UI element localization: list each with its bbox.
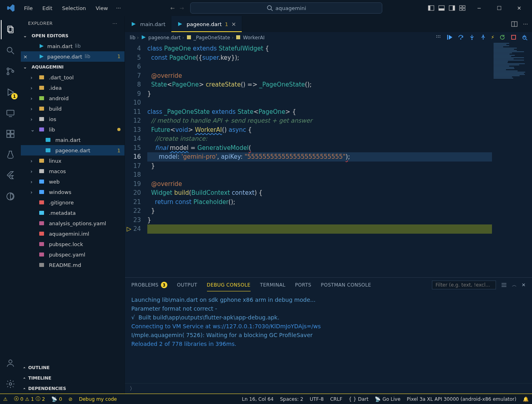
panel-tab-terminal[interactable]: TERMINAL bbox=[260, 282, 285, 288]
activity-flutter[interactable] bbox=[1, 166, 20, 185]
layout-bottom-icon[interactable] bbox=[438, 5, 445, 11]
activity-search[interactable] bbox=[1, 41, 20, 60]
open-editors-header[interactable]: ⌄ OPEN EDITORS bbox=[21, 30, 124, 41]
open-editor-item[interactable]: × pageone.dart lib1 bbox=[21, 51, 124, 62]
step-out-icon[interactable] bbox=[480, 34, 486, 40]
activity-remote[interactable] bbox=[1, 103, 20, 123]
tree-item[interactable]: pageone.dart1 bbox=[21, 145, 124, 156]
tree-item[interactable]: › android bbox=[21, 93, 124, 103]
panel-tab-ports[interactable]: PORTS bbox=[295, 282, 311, 288]
layout-right-icon[interactable] bbox=[449, 5, 455, 11]
svg-rect-3 bbox=[428, 6, 430, 10]
panel-settings-icon[interactable] bbox=[501, 282, 507, 288]
panel-tab-output[interactable]: OUTPUT bbox=[177, 282, 197, 288]
nav-back-icon[interactable]: ← bbox=[171, 5, 175, 11]
hot-reload-icon[interactable]: ⚡ bbox=[491, 34, 494, 40]
activity-extensions[interactable] bbox=[1, 124, 20, 143]
status-cursor-position[interactable]: Ln 16, Col 64 bbox=[239, 396, 277, 402]
activity-explorer[interactable] bbox=[1, 20, 20, 39]
window-minimize-button[interactable]: ─ bbox=[471, 2, 487, 14]
tree-item[interactable]: › macos bbox=[21, 166, 124, 176]
status-debug-label[interactable]: Debug my code bbox=[76, 396, 120, 402]
tree-item[interactable]: ⌄ lib bbox=[21, 124, 124, 135]
activity-settings[interactable] bbox=[1, 374, 20, 394]
window-close-button[interactable]: ✕ bbox=[511, 2, 527, 14]
tree-item[interactable]: › .dart_tool bbox=[21, 72, 124, 83]
svg-rect-46 bbox=[39, 263, 44, 267]
flutter-icon bbox=[38, 210, 45, 216]
tree-item[interactable]: › ios bbox=[21, 114, 124, 124]
status-device[interactable]: Pixel 3a XL API 30000 (android-x86 emula… bbox=[404, 396, 520, 402]
tree-item[interactable]: .metadata bbox=[21, 208, 124, 218]
step-over-icon[interactable] bbox=[458, 34, 464, 40]
tree-item[interactable]: analysis_options.yaml bbox=[21, 218, 124, 228]
split-editor-icon[interactable] bbox=[511, 21, 518, 27]
panel-tab-postman[interactable]: POSTMAN CONSOLE bbox=[321, 282, 371, 288]
tree-item[interactable]: › .idea bbox=[21, 83, 124, 93]
panel-close-icon[interactable]: ✕ bbox=[522, 282, 526, 288]
editor-tab[interactable]: main.dart bbox=[125, 16, 171, 32]
tree-item[interactable]: pubspec.yaml bbox=[21, 249, 124, 260]
tree-item[interactable]: pubspec.lock bbox=[21, 239, 124, 249]
section-dependencies[interactable]: › DEPENDENCIES bbox=[21, 383, 124, 394]
customize-layout-icon[interactable] bbox=[459, 5, 466, 11]
panel-tab-debug-console[interactable]: DEBUG CONSOLE bbox=[207, 282, 251, 288]
restart-icon[interactable] bbox=[499, 34, 506, 40]
editor-tab[interactable]: pageone.dart 1 × bbox=[171, 16, 242, 32]
panel-tab-problems[interactable]: PROBLEMS3 bbox=[131, 282, 167, 288]
status-encoding[interactable]: UTF-8 bbox=[307, 396, 327, 402]
menu-edit[interactable]: Edit bbox=[38, 4, 56, 13]
status-ports[interactable]: 📡 0 bbox=[48, 396, 65, 402]
sidebar-more-icon[interactable]: ··· bbox=[112, 21, 117, 26]
folder-ios-icon bbox=[38, 116, 45, 122]
minimap[interactable] bbox=[492, 42, 532, 277]
svg-rect-19 bbox=[7, 110, 14, 115]
command-center[interactable]: aquagemini bbox=[190, 2, 382, 14]
menu-overflow[interactable]: ··· bbox=[112, 4, 125, 13]
tree-item[interactable]: › linux bbox=[21, 156, 124, 166]
menu-view[interactable]: View bbox=[92, 4, 112, 13]
activity-dart[interactable] bbox=[1, 187, 20, 206]
status-indentation[interactable]: Spaces: 2 bbox=[277, 396, 306, 402]
activity-source-control[interactable] bbox=[1, 62, 20, 81]
status-remote[interactable]: ⚠ bbox=[0, 396, 11, 402]
status-problems[interactable]: ⓧ 0 ⚠ 1 ⓘ 2 bbox=[11, 396, 48, 402]
tree-item[interactable]: .gitignore bbox=[21, 197, 124, 208]
tree-item[interactable]: › web bbox=[21, 176, 124, 187]
tab-close-icon[interactable]: × bbox=[231, 21, 236, 27]
open-editor-item[interactable]: main.dart lib bbox=[21, 41, 124, 51]
window-maximize-button[interactable]: ☐ bbox=[491, 2, 507, 14]
console-filter-input[interactable] bbox=[432, 281, 496, 289]
tree-item[interactable]: main.dart bbox=[21, 135, 124, 145]
activity-run-debug[interactable]: 1 bbox=[1, 83, 20, 102]
layout-left-icon[interactable] bbox=[428, 5, 434, 11]
tree-item[interactable]: › build bbox=[21, 103, 124, 114]
breadcrumb[interactable]: lib › pageone.dart › _PageOneState › Wor… bbox=[125, 32, 532, 42]
activity-testing[interactable] bbox=[1, 145, 20, 164]
panel-maximize-icon[interactable]: ︿ bbox=[512, 282, 517, 289]
continue-icon[interactable] bbox=[446, 34, 453, 40]
activity-accounts[interactable] bbox=[1, 354, 20, 373]
inspector-icon[interactable] bbox=[522, 34, 528, 40]
code-editor[interactable]: 4567891011121314151617181920212223▷ 24 c… bbox=[125, 42, 532, 277]
section-outline[interactable]: › OUTLINE bbox=[21, 362, 124, 373]
step-into-icon[interactable] bbox=[469, 34, 475, 40]
status-eol[interactable]: CRLF bbox=[327, 396, 345, 402]
project-header[interactable]: ⌄ AQUAGEMINI bbox=[21, 62, 124, 72]
menu-selection[interactable]: Selection bbox=[58, 4, 90, 13]
debug-console-input[interactable]: 〉 bbox=[125, 383, 532, 394]
tree-item[interactable]: › windows bbox=[21, 187, 124, 197]
menu-file[interactable]: File bbox=[20, 4, 37, 13]
section-timeline[interactable]: › TIMELINE bbox=[21, 373, 124, 383]
tree-item[interactable]: aquagemini.iml bbox=[21, 228, 124, 239]
status-notifications-icon[interactable]: 🔔 bbox=[520, 396, 532, 402]
tree-item[interactable]: README.md bbox=[21, 260, 124, 270]
status-language[interactable]: { } Dart bbox=[345, 396, 371, 402]
tab-more-icon[interactable]: ··· bbox=[523, 21, 528, 27]
svg-rect-33 bbox=[39, 127, 44, 131]
close-icon[interactable]: × bbox=[23, 54, 28, 60]
drag-handle-icon[interactable] bbox=[435, 34, 442, 40]
status-debug-toggle[interactable]: ⊘ bbox=[65, 396, 76, 402]
status-go-live[interactable]: 📡 Go Live bbox=[371, 396, 404, 402]
stop-icon[interactable] bbox=[510, 34, 517, 40]
